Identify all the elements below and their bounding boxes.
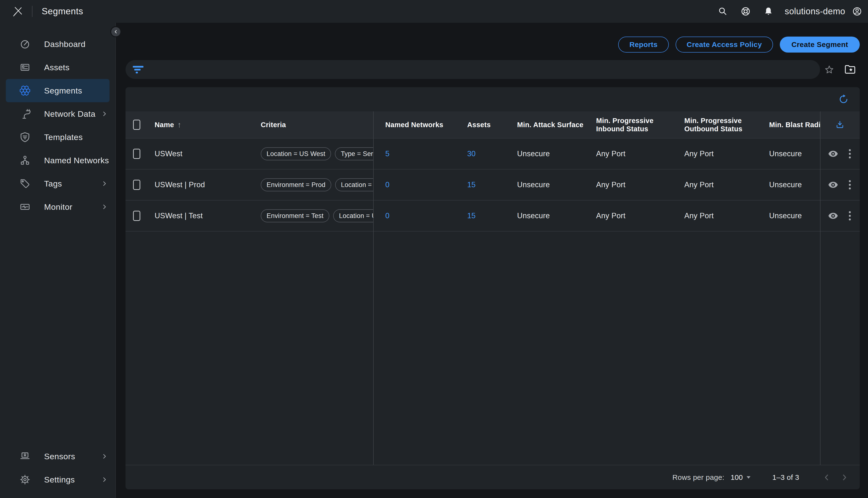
sidebar-item-network-data[interactable]: Network Data [0,102,115,126]
row-menu-kebab-icon[interactable] [847,210,852,222]
filter-icon [133,65,144,74]
table-row[interactable]: USWest | Test Environment = Test Locatio… [126,200,860,232]
refresh-icon[interactable] [838,94,849,105]
min-progressive-inbound-value: Any Port [596,181,625,189]
search-icon[interactable] [717,6,728,17]
view-eye-icon[interactable] [828,148,839,159]
assets-count-link[interactable]: 30 [467,149,476,158]
help-buoy-icon[interactable] [740,6,751,17]
chevron-right-icon [100,110,108,118]
column-header-min-blast-radius[interactable]: Min. Blast Radius [769,121,820,129]
chevron-right-icon [100,203,108,211]
named-networks-count-link[interactable]: 0 [385,181,389,189]
table-toolbar [126,87,860,112]
page-title: Segments [42,6,83,16]
min-progressive-inbound-value: Any Port [596,211,625,220]
rows-per-page-label: Rows per page: [672,473,724,482]
row-checkbox[interactable] [133,211,140,221]
row-menu-kebab-icon[interactable] [847,179,852,191]
min-progressive-inbound-value: Any Port [596,149,625,158]
username[interactable]: solutions-demo [785,6,845,16]
export-download-icon[interactable] [834,119,845,130]
sort-ascending-icon: ↑ [177,120,181,129]
sidebar-item-sensors[interactable]: Sensors [0,445,115,468]
column-header-min-progressive-outbound[interactable]: Min. Progressive Outbound Status [684,117,761,133]
min-blast-radius-value: Unsecure [769,149,802,158]
named-networks-count-link[interactable]: 5 [385,149,389,158]
sidebar-item-label: Assets [44,63,108,72]
previous-page-button[interactable] [821,472,832,483]
view-eye-icon[interactable] [828,210,839,221]
min-blast-radius-value: Unsecure [769,211,802,220]
segment-name: USWest | Prod [155,181,205,189]
table-row[interactable]: USWest | Prod Environment = Prod Locatio… [126,170,860,200]
sidebar-item-templates[interactable]: Templates [0,126,115,149]
select-all-checkbox[interactable] [133,120,140,130]
brand-logo-icon[interactable] [13,4,24,18]
row-checkbox[interactable] [133,149,140,159]
dashboard-icon [20,39,30,50]
sidebar-collapse-button[interactable] [111,27,120,36]
min-progressive-outbound-value: Any Port [684,149,714,158]
table-row[interactable]: USWest Location = US West Type = Server … [126,139,860,170]
criteria-chip: Type = Server [335,147,373,160]
view-eye-icon[interactable] [828,179,839,191]
assets-count-link[interactable]: 15 [467,211,476,220]
table-footer: Rows per page: 100 1–3 of 3 [126,465,860,489]
row-menu-kebab-icon[interactable] [847,148,852,160]
column-header-named-networks[interactable]: Named Networks [385,121,443,129]
top-bar: Segments solutions-demo [0,0,868,23]
segments-table: Name ↑ Criteria Named Networks Assets Mi… [126,87,860,489]
monitor-icon [20,201,30,212]
min-attack-surface-value: Unsecure [517,181,550,189]
notifications-bell-icon[interactable] [763,6,774,17]
table-header-row: Name ↑ Criteria Named Networks Assets Mi… [126,112,860,139]
sidebar-item-settings[interactable]: Settings [0,468,115,491]
min-attack-surface-value: Unsecure [517,149,550,158]
pagination-range: 1–3 of 3 [772,473,799,482]
sidebar-item-tags[interactable]: Tags [0,172,115,195]
page-actions: Reports Create Access Policy Create Segm… [126,36,860,53]
assets-count-link[interactable]: 15 [467,181,476,189]
sidebar-item-assets[interactable]: Assets [0,56,115,79]
sidebar-item-label: Settings [44,475,100,484]
column-header-criteria[interactable]: Criteria [261,121,286,129]
segment-name: USWest [155,149,182,158]
min-blast-radius-value: Unsecure [769,181,802,189]
criteria-chip: Environment = Test [261,209,329,222]
column-header-assets[interactable]: Assets [467,121,491,129]
sidebar-item-label: Tags [44,179,100,188]
assets-icon [20,62,30,73]
templates-icon [20,132,30,143]
rows-per-page-select[interactable]: 100 [730,473,750,482]
row-checkbox[interactable] [133,180,140,190]
sidebar-item-label: Dashboard [44,39,108,49]
named-networks-count-link[interactable]: 0 [385,211,389,220]
column-header-name[interactable]: Name ↑ [148,112,257,138]
column-header-min-progressive-inbound[interactable]: Min. Progressive Inbound Status [596,117,674,133]
saved-filters-folder-icon[interactable] [844,63,856,76]
pinned-column-divider [373,112,374,465]
create-segment-button[interactable]: Create Segment [780,37,860,53]
account-icon[interactable] [852,6,863,17]
sidebar-item-named-networks[interactable]: Named Networks [0,149,115,172]
create-access-policy-button[interactable]: Create Access Policy [676,37,773,53]
chevron-right-icon [100,452,108,460]
column-header-min-attack-surface[interactable]: Min. Attack Surface [517,121,583,129]
sidebar: Dashboard Assets [0,23,116,498]
topbar-divider [32,6,33,17]
next-page-button[interactable] [839,472,850,483]
favorite-star-icon[interactable] [824,64,835,75]
sidebar-item-label: Named Networks [44,156,109,165]
filter-input[interactable] [126,60,820,79]
sidebar-item-dashboard[interactable]: Dashboard [0,32,115,56]
network-data-icon [20,108,30,119]
sensors-icon [20,451,30,462]
segment-name: USWest | Test [155,211,203,220]
sidebar-item-label: Segments [44,86,108,95]
criteria-chip: Location = US West [335,178,373,191]
sidebar-item-label: Monitor [44,202,100,212]
reports-button[interactable]: Reports [618,37,669,53]
sidebar-item-segments[interactable]: Segments [6,79,109,102]
sidebar-item-monitor[interactable]: Monitor [0,195,115,219]
